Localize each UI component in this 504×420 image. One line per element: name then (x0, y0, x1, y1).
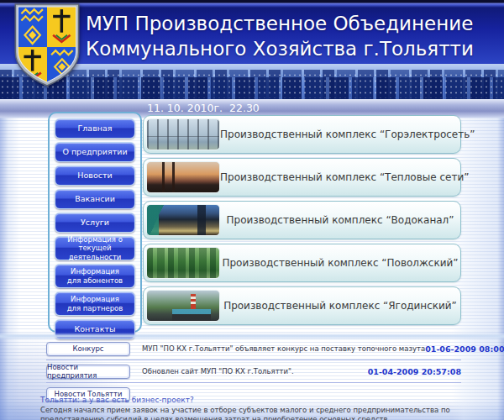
complex-label: Производственный комплекс “Водоканал” (220, 214, 460, 226)
boiler-chimney-aerial-photo (146, 290, 220, 322)
sidebar-item-vacancies[interactable]: Вакансии (55, 189, 135, 209)
news-row-tender: Конкурс МУП "ПО КХ г.Тольятти" объявляет… (46, 340, 461, 360)
complexes-list: Производственный комплекс “Горэлектросет… (143, 115, 461, 329)
complex-label: Производственный комплекс “Тепловые сети… (220, 171, 469, 183)
complex-row-yagodinsky[interactable]: Производственный комплекс “Ягодинский” (143, 286, 461, 325)
water-plant-interior-photo (146, 204, 220, 236)
complex-row-povolzhsky[interactable]: Производственный комплекс “Поволжский” (143, 244, 461, 282)
togliatti-coat-of-arms-icon (13, 3, 81, 88)
footer-news-item: Тольятти: а у вас есть бизнес-проект? Се… (40, 396, 474, 420)
sidebar-navigation: Главная О предприятии Новости Вакансии У… (48, 112, 142, 333)
news-row-company-news: Новости предприятия Обновлен сайт МУП "П… (46, 363, 461, 383)
site-title-line1: МУП Производственное Объединение (86, 11, 474, 36)
news-headline-link[interactable]: МУП "ПО КХ г.Тольятти" объявляет конкурс… (142, 344, 425, 353)
footer-news-link[interactable]: Тольятти: а у вас есть бизнес-проект? (40, 396, 474, 404)
site-title: МУП Производственное Объединение Коммуна… (86, 11, 474, 61)
news-timestamp: 01-06-2009 08:00:00 (425, 344, 504, 354)
sidebar-item-news[interactable]: Новости (55, 165, 135, 186)
complex-row-teplovye-seti[interactable]: Производственный комплекс “Тепловые сети… (143, 158, 461, 197)
news-category-tender-button[interactable]: Конкурс (46, 342, 130, 356)
section-separator (0, 333, 504, 340)
news-category-company-button[interactable]: Новости предприятия (46, 365, 130, 379)
news-headline-link[interactable]: Обновлен сайт МУП "ПО КХ г.Тольятти". (142, 367, 294, 375)
complex-row-vodokanal[interactable]: Производственный комплекс “Водоканал” (143, 201, 461, 239)
sidebar-item-subscribers-info[interactable]: Информация для абонентов (55, 264, 135, 288)
sidebar-item-current-activity-info[interactable]: Информация о текущей деятельности (55, 236, 135, 260)
sidebar-item-partners-info[interactable]: Информация для партнеров (55, 291, 135, 316)
sidebar-item-about[interactable]: О предприятии (55, 142, 135, 162)
forest-road-photo (146, 247, 220, 279)
footer-news-text: Сегодня начался прием заявок на участие … (40, 406, 474, 420)
complex-label: Производственный комплекс “Горэлектросет… (220, 129, 475, 140)
current-datetime: 11. 10. 2010г. 22.30 (147, 102, 260, 114)
news-timestamp: 01-04-2009 20:57:08 (368, 367, 461, 376)
smokestacks-sunset-photo (146, 161, 220, 193)
complex-row-gorelektroset[interactable]: Производственный комплекс “Горэлектросет… (143, 115, 461, 154)
sidebar-item-home[interactable]: Главная (55, 118, 135, 139)
sidebar-item-services[interactable]: Услуги (55, 213, 135, 233)
site-title-line2: Коммунального Хозяйства г.Тольятти (86, 36, 474, 61)
complex-label: Производственный комплекс “Поволжский” (220, 257, 460, 269)
complex-label: Производственный комплекс “Ягодинский” (220, 300, 460, 312)
substation-photo (146, 118, 220, 150)
